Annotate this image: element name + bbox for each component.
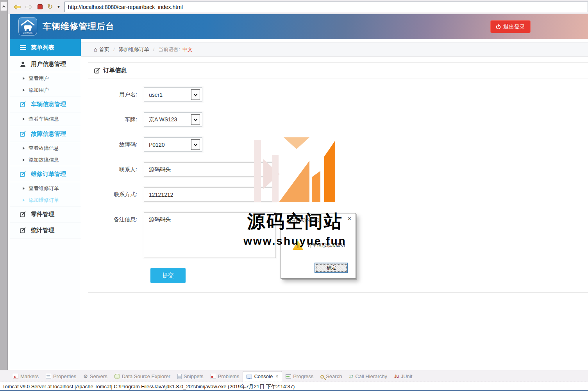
collapsed-panel-strip[interactable] [0, 0, 8, 370]
content-area: ⌂ 首页 / 添加维修订单 / 当前语言: 中文 订单信息 [81, 39, 588, 370]
fault-code-select[interactable]: P0120 [144, 137, 202, 152]
sidebar-item-view-repair-orders[interactable]: 查看维修订单 [10, 182, 81, 194]
tab-label: Markers [20, 373, 39, 379]
caret-right-icon [23, 77, 25, 80]
car-home-logo: CAR HOME [18, 17, 37, 36]
stop-button[interactable] [38, 4, 43, 9]
plate-select[interactable]: 京A WS123 [144, 112, 202, 127]
tab-problems[interactable]: Problems [207, 371, 243, 382]
sidebar-item-user-info-mgmt[interactable]: 用户信息管理 [10, 56, 81, 72]
chevron-down-icon [194, 142, 198, 146]
caret-right-icon [23, 89, 25, 92]
fault-code-select-value: P0120 [144, 142, 191, 148]
close-icon[interactable]: × [275, 374, 278, 379]
sidebar-item-view-vehicles[interactable]: 查看车辆信息 [10, 112, 81, 126]
back-arrow-icon [13, 4, 21, 10]
back-button[interactable] [13, 4, 21, 10]
tab-console[interactable]: Console × [243, 371, 282, 382]
close-icon[interactable]: × [348, 216, 351, 222]
caret-right-icon [23, 147, 25, 150]
tab-label: Problems [218, 373, 239, 379]
user-icon [20, 61, 26, 67]
phone-label: 联系方式: [88, 187, 144, 202]
sidebar-item-vehicle-info-mgmt[interactable]: 车辆信息管理 [10, 96, 81, 112]
tab-junit[interactable]: Ju JUnit [391, 371, 416, 382]
language-value-link[interactable]: 中文 [182, 46, 193, 53]
tab-label: Search [326, 373, 342, 379]
phone-input[interactable] [144, 187, 276, 202]
sidebar-item-add-repair-order[interactable]: 添加维修订单 [10, 194, 81, 206]
sidebar-item-label: 查看用户 [29, 75, 49, 82]
submit-button[interactable]: 提交 [150, 268, 186, 283]
brand: CAR HOME 车辆维修管理后台 [18, 17, 114, 36]
stop-icon [38, 4, 43, 9]
tab-markers[interactable]: Markers [9, 371, 42, 382]
remark-textarea[interactable]: 源码码头 [144, 212, 276, 258]
breadcrumb-separator: / [153, 46, 155, 52]
call-hierarchy-icon: ⇄ [349, 374, 353, 379]
tab-snippets[interactable]: Snippets [174, 371, 207, 382]
sidebar-item-stats-mgmt[interactable]: 统计管理 [10, 222, 81, 238]
ok-button[interactable]: 确定 [315, 263, 348, 273]
edit-icon [20, 227, 26, 233]
sidebar-menu-header: 菜单列表 [10, 39, 81, 56]
chevron-down-icon: ▾ [57, 4, 60, 9]
console-status-line: Tomcat v9.0 Server at localhost [Apache … [0, 382, 588, 391]
logout-label: 退出登录 [503, 23, 525, 30]
tab-progress[interactable]: Progress [282, 371, 317, 382]
dialog-message: 订单信息添加成功 [307, 242, 345, 249]
restore-panel-button[interactable] [0, 2, 7, 11]
tab-call-hierarchy[interactable]: ⇄ Call Hierarchy [345, 371, 391, 382]
select-dropdown-button[interactable] [191, 89, 200, 100]
sidebar-item-label: 添加用户 [29, 87, 49, 94]
username-select[interactable]: user1 [144, 87, 202, 102]
caret-right-icon [23, 199, 25, 202]
app-header: CAR HOME 车辆维修管理后台 退出登录 [10, 14, 588, 39]
username-label: 用户名: [88, 87, 144, 102]
form-row-contact: 联系人: [88, 162, 588, 177]
progress-icon [286, 374, 291, 379]
language-label: 当前语言: [158, 46, 180, 53]
junit-icon: Ju [394, 374, 399, 379]
page-title: 车辆维修管理后台 [43, 21, 114, 32]
refresh-button[interactable]: ↻ [47, 4, 53, 10]
menu-header-label: 菜单列表 [31, 44, 54, 52]
url-dropdown-button[interactable]: ▾ [57, 4, 60, 9]
form-row-username: 用户名: user1 [88, 87, 588, 102]
logo-text: CAR HOME [23, 32, 33, 34]
url-input[interactable] [64, 2, 588, 12]
markers-icon [13, 374, 18, 379]
dialog-title: 来自网页的消息 [281, 213, 356, 224]
select-dropdown-button[interactable] [191, 139, 200, 150]
properties-icon [46, 374, 51, 379]
panel-title: 订单信息 [103, 67, 127, 74]
breadcrumb-home-link[interactable]: ⌂ 首页 [94, 46, 109, 53]
sidebar-item-repair-order-mgmt[interactable]: 维修订单管理 [10, 166, 81, 182]
menu-list-icon [20, 45, 26, 46]
tab-properties[interactable]: Properties [42, 371, 80, 382]
tab-search[interactable]: Search [317, 371, 345, 382]
contact-input[interactable] [144, 162, 276, 177]
sidebar-item-add-user[interactable]: 添加用户 [10, 84, 81, 96]
sidebar-item-label: 维修订单管理 [31, 171, 66, 178]
caret-right-icon [23, 117, 25, 121]
search-icon [320, 375, 324, 379]
tab-servers[interactable]: ⚙ Servers [80, 371, 111, 382]
sidebar-item-view-faults[interactable]: 查看故障信息 [10, 142, 81, 154]
select-dropdown-button[interactable] [191, 114, 200, 125]
editor-area: ↻ ▾ CAR HOME 车辆维修管理后台 [8, 0, 588, 370]
breadcrumb: ⌂ 首页 / 添加维修订单 / 当前语言: 中文 [81, 42, 588, 57]
edit-icon [20, 101, 26, 107]
sidebar-item-fault-info-mgmt[interactable]: 故障信息管理 [10, 126, 81, 142]
breadcrumb-home-label: 首页 [99, 46, 109, 53]
chevron-down-icon [194, 117, 198, 121]
sidebar-item-parts-mgmt[interactable]: 零件管理 [10, 206, 81, 222]
sidebar-item-add-fault[interactable]: 添加故障信息 [10, 154, 81, 166]
breadcrumb-current: 添加维修订单 [119, 46, 149, 53]
sidebar-item-view-users[interactable]: 查看用户 [10, 72, 81, 84]
tab-data-source-explorer[interactable]: Data Source Explorer [111, 371, 174, 382]
servers-icon: ⚙ [83, 374, 88, 379]
logout-button[interactable]: 退出登录 [490, 20, 531, 33]
forward-button[interactable] [25, 4, 33, 10]
tab-label: Console [254, 373, 273, 379]
